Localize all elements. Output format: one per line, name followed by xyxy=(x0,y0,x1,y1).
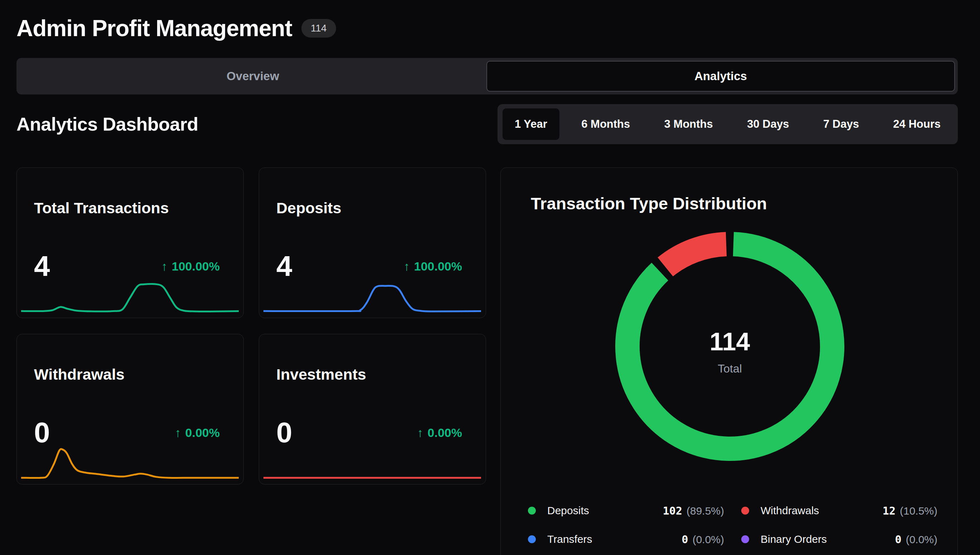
legend-value: 102 xyxy=(663,505,682,517)
chart-legend: Deposits 102 (89.5%) Withdrawals 12 (10.… xyxy=(528,502,937,548)
stat-title: Investments xyxy=(276,366,468,383)
stat-change-pct: 100.00% xyxy=(414,260,462,273)
range-3-months[interactable]: 3 Months xyxy=(652,108,725,140)
sparkline-chart xyxy=(263,445,481,481)
legend-item-withdrawals[interactable]: Withdrawals 12 (10.5%) xyxy=(741,502,937,519)
admin-profit-page: Admin Profit Management 114 Overview Ana… xyxy=(0,0,980,555)
sparkline-path xyxy=(21,284,239,312)
stat-change: ↑ 100.00% xyxy=(161,260,220,273)
stat-change: ↑ 0.00% xyxy=(175,426,220,440)
main-tabbar: Overview Analytics xyxy=(16,58,958,95)
sparkline-chart xyxy=(21,278,239,314)
legend-item-transfers[interactable]: Transfers 0 (0.0%) xyxy=(528,531,724,548)
donut-total-value: 114 xyxy=(612,329,848,354)
withdrawals-dot-icon xyxy=(741,507,749,515)
legend-label: Withdrawals xyxy=(760,505,819,517)
stat-change: ↑ 0.00% xyxy=(417,426,462,440)
legend-value: 0 xyxy=(682,533,688,546)
stat-title: Total Transactions xyxy=(34,199,226,217)
sparkline-chart xyxy=(21,445,239,481)
legend-pct: (0.0%) xyxy=(693,534,724,546)
range-6-months[interactable]: 6 Months xyxy=(569,108,642,140)
tab-analytics[interactable]: Analytics xyxy=(486,61,955,91)
stat-change-pct: 0.00% xyxy=(428,426,462,440)
deposits-dot-icon xyxy=(528,507,536,515)
legend-item-binary-orders[interactable]: Binary Orders 0 (0.0%) xyxy=(741,531,937,548)
stat-value: 0 xyxy=(34,418,50,447)
chart-title: Transaction Type Distribution xyxy=(531,194,767,213)
card-total-transactions: Total Transactions 4 ↑ 100.00% xyxy=(16,167,244,318)
stat-change-pct: 0.00% xyxy=(185,426,220,440)
up-arrow-icon: ↑ xyxy=(175,426,181,440)
donut-total-label: Total xyxy=(612,362,848,375)
stat-title: Withdrawals xyxy=(34,366,226,383)
card-investments: Investments 0 ↑ 0.00% xyxy=(259,334,486,484)
range-1-year[interactable]: 1 Year xyxy=(502,108,560,140)
sparkline-path xyxy=(263,286,481,312)
stat-cards-grid: Total Transactions 4 ↑ 100.00% Deposits … xyxy=(16,167,486,555)
up-arrow-icon: ↑ xyxy=(417,426,423,440)
range-7-days[interactable]: 7 Days xyxy=(811,108,871,140)
donut-segment-withdrawals xyxy=(666,244,726,267)
transfers-dot-icon xyxy=(528,535,536,543)
stat-change-pct: 100.00% xyxy=(172,260,220,273)
stat-value: 4 xyxy=(34,252,50,281)
legend-item-deposits[interactable]: Deposits 102 (89.5%) xyxy=(528,502,724,519)
legend-label: Binary Orders xyxy=(760,533,827,545)
legend-pct: (0.0%) xyxy=(906,534,937,546)
up-arrow-icon: ↑ xyxy=(404,260,410,273)
sparkline-chart xyxy=(263,278,481,314)
page-header: Admin Profit Management 114 xyxy=(16,15,958,42)
up-arrow-icon: ↑ xyxy=(161,260,167,273)
legend-value: 12 xyxy=(883,505,895,517)
stat-change: ↑ 100.00% xyxy=(404,260,462,273)
page-title: Admin Profit Management xyxy=(16,15,292,42)
binary-orders-dot-icon xyxy=(741,535,749,543)
main-content: Total Transactions 4 ↑ 100.00% Deposits … xyxy=(16,167,958,555)
legend-label: Deposits xyxy=(547,505,589,517)
card-deposits: Deposits 4 ↑ 100.00% xyxy=(259,167,486,318)
time-range-selector: 1 Year 6 Months 3 Months 30 Days 7 Days … xyxy=(497,104,958,144)
sparkline-path xyxy=(21,449,239,478)
section-heading: Analytics Dashboard xyxy=(16,114,198,135)
donut-chart: 114 Total xyxy=(612,228,848,464)
range-24-hours[interactable]: 24 Hours xyxy=(881,108,953,140)
legend-label: Transfers xyxy=(547,533,592,545)
count-badge: 114 xyxy=(302,19,336,38)
legend-pct: (10.5%) xyxy=(900,505,937,517)
stat-value: 4 xyxy=(276,252,292,281)
range-30-days[interactable]: 30 Days xyxy=(735,108,801,140)
stat-title: Deposits xyxy=(276,199,468,217)
stat-value: 0 xyxy=(276,418,292,447)
card-withdrawals: Withdrawals 0 ↑ 0.00% xyxy=(16,334,244,484)
legend-value: 0 xyxy=(895,533,901,546)
controls-row: Analytics Dashboard 1 Year 6 Months 3 Mo… xyxy=(16,104,958,144)
tab-overview[interactable]: Overview xyxy=(19,61,486,91)
transaction-distribution-card: Transaction Type Distribution 114 Total … xyxy=(500,167,958,555)
donut-center: 114 Total xyxy=(612,329,848,375)
legend-pct: (89.5%) xyxy=(686,505,724,517)
